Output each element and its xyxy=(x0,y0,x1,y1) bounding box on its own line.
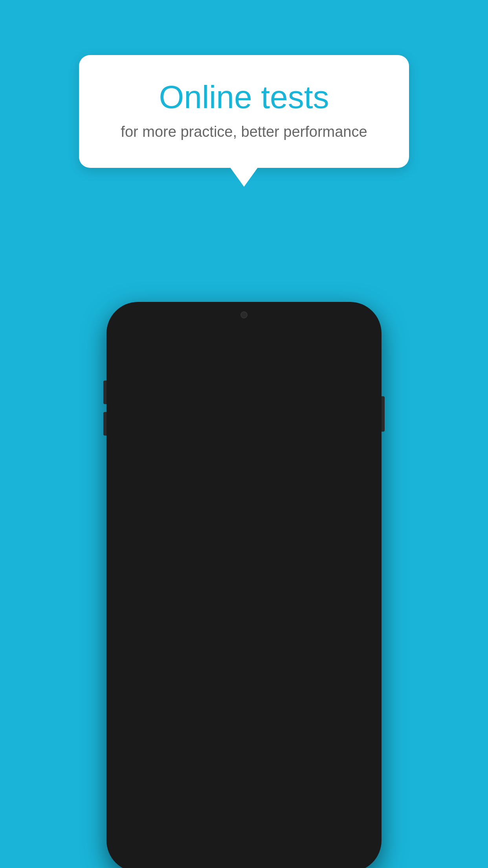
test-item-reshuffling[interactable]: Reshuffling test by Anurag Starts at Jul… xyxy=(113,432,375,485)
test-name-reshuffling: Reshuffling test xyxy=(121,441,314,454)
tab-tests[interactable]: TESTS xyxy=(246,370,310,384)
status-time: 14:29 xyxy=(124,314,145,324)
app-header: ← Learning Light xyxy=(113,330,375,359)
phone-mockup: 14:29 ▾ ▲▲ ▮ ← Learning Light MENTS ANNO… xyxy=(106,302,382,868)
back-button[interactable]: ← xyxy=(122,338,134,351)
status-icons: ▾ ▲▲ ▮ xyxy=(336,315,364,324)
wifi-icon: ▾ xyxy=(336,315,340,324)
test-info-conservation: Conservation of momentum-Equilibrium by … xyxy=(121,560,310,609)
badge-class-reshuffling: Class Test xyxy=(318,443,367,458)
ongoing-section-header: ONGOING (3) xyxy=(113,414,375,432)
tab-announcements[interactable]: ANNOUNCEMENTS xyxy=(178,370,246,384)
search-box[interactable]: 🔍 Search xyxy=(120,390,368,409)
tab-videos[interactable]: VIDEOS xyxy=(310,370,375,384)
tabs-bar: MENTS ANNOUNCEMENTS TESTS VIDEOS xyxy=(113,359,375,384)
search-container: 🔍 Search xyxy=(113,384,375,414)
bubble-title: Online tests xyxy=(110,79,378,116)
badge-online-newtons: Online Test xyxy=(314,496,367,512)
test-date-reshuffling: Starts at Jul 05, 05:45 PM xyxy=(121,467,314,476)
promo-bubble: Online tests for more practice, better p… xyxy=(79,55,409,168)
status-bar: 14:29 ▾ ▲▲ ▮ xyxy=(113,308,375,330)
search-icon: 🔍 xyxy=(127,394,137,405)
test-list: Reshuffling test by Anurag Starts at Jul… xyxy=(113,432,375,618)
battery-icon: ▮ xyxy=(360,315,364,324)
test-name-conservation: Conservation of momentum-Equilibrium xyxy=(121,560,310,587)
test-author-newtons: by Anurag xyxy=(121,522,310,531)
test-item-newtons[interactable]: Newton's Second law(contd)-Newton's Thir… xyxy=(113,485,375,552)
test-author-reshuffling: by Anurag xyxy=(121,456,314,465)
test-name-newtons: Newton's Second law(contd)-Newton's Thir… xyxy=(121,494,310,520)
tab-ments[interactable]: MENTS xyxy=(113,370,178,384)
volume-down-button xyxy=(103,412,106,436)
search-placeholder: Search xyxy=(141,394,169,405)
power-button xyxy=(382,396,385,432)
signal-icon: ▲▲ xyxy=(343,315,357,323)
volume-up-button xyxy=(103,381,106,404)
badge-online-conservation: Online Test xyxy=(314,562,367,578)
completed-section-header: COMPLETED (1) xyxy=(113,618,375,635)
app-header-title: Learning Light xyxy=(142,337,222,352)
test-date-newtons: Ends at Jul 06, 10:45 AM xyxy=(121,533,310,542)
test-author-conservation: by Anurag xyxy=(121,589,310,598)
phone-screen: 14:29 ▾ ▲▲ ▮ ← Learning Light MENTS ANNO… xyxy=(113,308,375,866)
test-info-newtons: Newton's Second law(contd)-Newton's Thir… xyxy=(121,494,310,542)
test-date-conservation: Ends at Jun 10, 06:00 PM xyxy=(121,600,310,609)
bubble-subtitle: for more practice, better performance xyxy=(110,123,378,140)
test-info-reshuffling: Reshuffling test by Anurag Starts at Jul… xyxy=(121,441,314,476)
test-item-conservation[interactable]: Conservation of momentum-Equilibrium by … xyxy=(113,551,375,618)
